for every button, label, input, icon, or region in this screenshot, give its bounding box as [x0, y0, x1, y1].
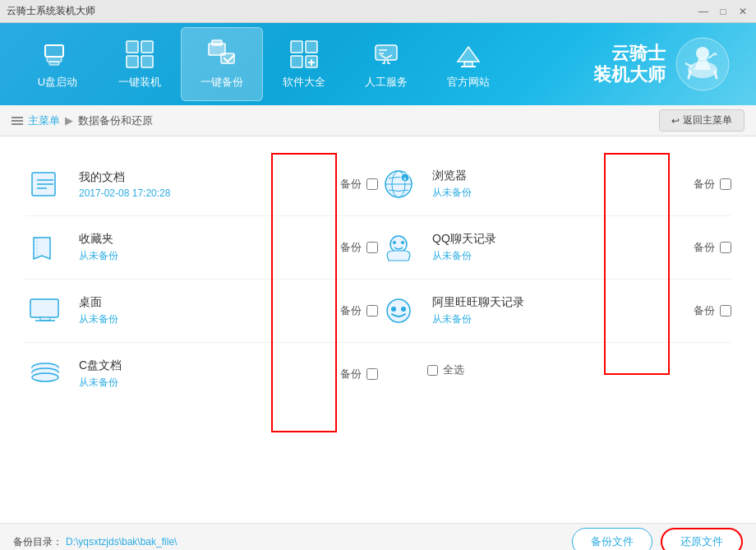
backup-label-qq: 备份	[694, 240, 715, 255]
svg-rect-11	[306, 41, 317, 53]
backup-checkbox-desktop[interactable]	[366, 305, 378, 317]
item-name-cdrive: C盘文档	[79, 358, 327, 373]
backup-label-cdrive: 备份	[340, 367, 362, 381]
logo-line1: 云骑士	[593, 43, 666, 64]
item-icon-cdrive	[25, 356, 66, 392]
nav-label-software: 软件大全	[283, 75, 325, 90]
svg-rect-12	[291, 56, 302, 67]
select-all-checkbox[interactable]	[427, 365, 438, 376]
svg-point-42	[393, 241, 396, 244]
item-name-qq: QQ聊天记录	[432, 232, 680, 247]
nav-item-software[interactable]: 软件大全	[263, 27, 345, 101]
item-mydocs: 我的文档 2017-02-08 17:20:28 备份	[25, 153, 378, 216]
bottom-buttons: 备份文件 还原文件	[572, 528, 743, 550]
item-info-cdrive: C盘文档 从未备份	[79, 358, 327, 390]
item-aliwangwang: 阿里旺旺聊天记录 从未备份 备份	[378, 280, 731, 343]
close-button[interactable]: ✕	[736, 5, 749, 18]
backup-checkbox-browser[interactable]	[720, 178, 731, 190]
item-icon-desktop	[25, 293, 66, 329]
logo-line2: 装机大师	[593, 64, 666, 86]
usb-icon	[42, 39, 73, 70]
item-icon-aliwangwang	[378, 293, 419, 329]
items-grid: 我的文档 2017-02-08 17:20:28 备份 收藏夹	[25, 153, 731, 482]
header: U盘启动 一键装机 一键备份	[0, 23, 756, 105]
backup-checkbox-qq[interactable]	[720, 242, 731, 253]
svg-rect-28	[30, 299, 58, 317]
breadcrumb: 主菜单 ▶ 数据备份和还原	[12, 113, 153, 128]
item-favorites: 收藏夹 从未备份 备份	[25, 216, 378, 280]
svg-rect-4	[141, 41, 153, 53]
item-qq: QQ聊天记录 从未备份 备份	[378, 216, 731, 280]
item-date-qq: 从未备份	[432, 249, 680, 263]
backup-label-mydocs: 备份	[340, 177, 362, 192]
item-icon-browser: e	[378, 166, 419, 202]
back-label: 返回主菜单	[683, 113, 732, 127]
backup-path: 备份目录： D:\yqsxtzjds\bak\bak_file\	[13, 535, 177, 549]
nav-item-usb[interactable]: U盘启动	[16, 27, 99, 101]
backup-label-favorites: 备份	[340, 240, 362, 255]
left-column: 我的文档 2017-02-08 17:20:28 备份 收藏夹	[25, 153, 378, 482]
svg-point-46	[401, 307, 406, 312]
nav-label-backup: 一键备份	[201, 75, 243, 90]
item-date-mydocs: 2017-02-08 17:20:28	[79, 187, 327, 199]
install-icon	[124, 39, 155, 70]
backup-checkbox-aliwangwang[interactable]	[720, 305, 731, 317]
maximize-button[interactable]: □	[717, 5, 730, 18]
back-button[interactable]: ↩ 返回主菜单	[659, 109, 744, 132]
item-date-aliwangwang: 从未备份	[432, 312, 680, 326]
backup-action-cdrive: 备份	[340, 367, 378, 381]
backup-checkbox-cdrive[interactable]	[366, 368, 378, 380]
item-icon-mydocs	[25, 166, 66, 202]
breadcrumb-current: 数据备份和还原	[78, 113, 153, 128]
backup-label-browser: 备份	[694, 177, 715, 192]
svg-point-35	[32, 373, 58, 381]
backup-checkbox-mydocs[interactable]	[366, 178, 378, 190]
app-title: 云骑士系统装机大师	[7, 4, 95, 18]
backup-file-button[interactable]: 备份文件	[572, 528, 652, 550]
minimize-button[interactable]: —	[697, 5, 710, 18]
website-icon	[453, 39, 484, 70]
backup-action-desktop: 备份	[340, 303, 378, 318]
nav-item-install[interactable]: 一键装机	[99, 27, 181, 101]
item-name-browser: 浏览器	[432, 169, 680, 183]
item-browser: e 浏览器 从未备份 备份	[378, 153, 731, 216]
item-info-aliwangwang: 阿里旺旺聊天记录 从未备份	[432, 295, 680, 326]
item-desktop: 桌面 从未备份 备份	[25, 280, 378, 343]
item-info-favorites: 收藏夹 从未备份	[79, 232, 327, 263]
item-name-aliwangwang: 阿里旺旺聊天记录	[432, 295, 680, 310]
backup-label-desktop: 备份	[340, 303, 362, 318]
svg-point-44	[387, 299, 410, 322]
right-column: e 浏览器 从未备份 备份	[378, 153, 731, 482]
service-icon	[371, 39, 402, 70]
nav-label-service: 人工服务	[365, 75, 408, 90]
restore-file-button[interactable]: 还原文件	[661, 528, 743, 550]
backup-action-aliwangwang: 备份	[694, 303, 731, 318]
path-link[interactable]: D:\yqsxtzjds\bak\bak_file\	[66, 536, 177, 548]
item-info-desktop: 桌面 从未备份	[79, 295, 327, 326]
backup-label-aliwangwang: 备份	[694, 303, 715, 318]
svg-point-43	[401, 241, 404, 244]
item-date-desktop: 从未备份	[79, 312, 327, 326]
nav-item-backup[interactable]: 一键备份	[181, 27, 263, 101]
nav-label-install: 一键装机	[118, 75, 161, 90]
menu-icon	[12, 117, 23, 125]
item-date-browser: 从未备份	[432, 186, 680, 200]
svg-rect-3	[127, 41, 138, 53]
nav-item-website[interactable]: 官方网站	[427, 27, 509, 101]
svg-rect-5	[127, 56, 138, 67]
item-icon-qq	[378, 229, 419, 266]
select-all-row: 全选	[378, 343, 731, 384]
backup-icon	[206, 39, 237, 70]
svg-rect-1	[47, 57, 62, 62]
breadcrumb-home[interactable]: 主菜单	[28, 113, 60, 128]
svg-point-41	[390, 236, 407, 252]
back-icon: ↩	[671, 115, 680, 127]
logo-icon	[674, 35, 731, 93]
backup-checkbox-favorites[interactable]	[366, 242, 378, 253]
nav-item-service[interactable]: 人工服务	[345, 27, 427, 101]
item-name-mydocs: 我的文档	[79, 170, 327, 185]
svg-rect-2	[49, 62, 59, 65]
backup-action-qq: 备份	[694, 240, 731, 255]
title-bar: 云骑士系统装机大师 — □ ✕	[0, 0, 756, 23]
item-icon-favorites	[25, 229, 66, 266]
